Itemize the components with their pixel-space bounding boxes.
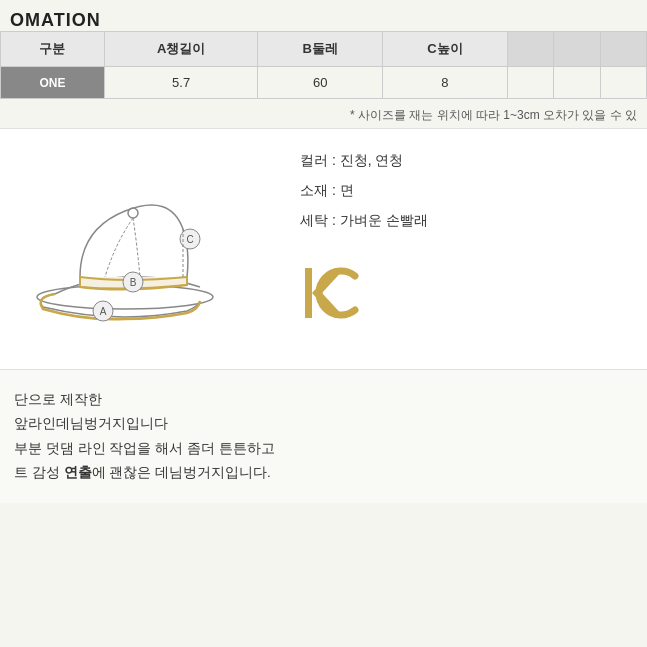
material-line: 소재 : 면: [300, 179, 637, 203]
f-value-cell: [600, 67, 646, 99]
page-title: OMATION: [10, 10, 101, 30]
desc-line4-bold: 연출: [64, 465, 92, 480]
description-section: 단으로 제작한 앞라인데님벙거지입니다 부분 덧댐 라인 작업을 해서 좀더 튼…: [0, 369, 647, 503]
svg-point-1: [128, 208, 138, 218]
size-table: 구분 A챙길이 B둘레 C높이 ONE 5.7 60 8: [0, 31, 647, 99]
col-header-a: A챙길이: [104, 32, 257, 67]
col-header-d: [507, 32, 553, 67]
material-label: 소재 :: [300, 182, 340, 198]
svg-text:B: B: [130, 277, 137, 288]
b-value-cell: 60: [258, 67, 383, 99]
color-value: 진청, 연청: [340, 152, 404, 168]
header-section: OMATION: [0, 0, 647, 31]
col-header-e: [554, 32, 600, 67]
d-value-cell: [507, 67, 553, 99]
desc-line4-normal: 트 감성: [14, 465, 64, 480]
col-header-b: B둘레: [258, 32, 383, 67]
desc-line4-end: 에 괜찮은 데님벙거지입니다.: [92, 465, 271, 480]
col-header-f: [600, 32, 646, 67]
wash-label: 세탁 :: [300, 212, 340, 228]
size-note: * 사이즈를 재는 위치에 따라 1~3cm 오차가 있을 수 있: [0, 99, 647, 128]
c-value-cell: 8: [383, 67, 508, 99]
a-value-cell: 5.7: [104, 67, 257, 99]
svg-text:A: A: [100, 306, 107, 317]
product-info: 컬러 : 진청, 연청 소재 : 면 세탁 : 가벼운 손빨래: [280, 149, 637, 349]
col-header-c: C높이: [383, 32, 508, 67]
size-table-wrapper: 구분 A챙길이 B둘레 C높이 ONE 5.7 60 8 * 사이즈를 재는 위…: [0, 31, 647, 128]
desc-line3: 부분 덧댐 라인 작업을 해서 좀더 튼튼하고: [14, 441, 275, 456]
desc-line1: 단으로 제작한: [14, 392, 102, 407]
svg-text:C: C: [186, 234, 193, 245]
col-header-size: 구분: [1, 32, 105, 67]
wash-value: 가벼운 손빨래: [340, 212, 428, 228]
table-row: ONE 5.7 60 8: [1, 67, 647, 99]
details-section: A B C 컬러 : 진청, 연청 소재 : 면 세탁 : 가벼운 손빨래: [0, 128, 647, 369]
kc-mark: [300, 258, 360, 318]
wash-line: 세탁 : 가벼운 손빨래: [300, 209, 637, 233]
color-line: 컬러 : 진청, 연청: [300, 149, 637, 173]
color-label: 컬러 :: [300, 152, 340, 168]
size-label-cell: ONE: [1, 67, 105, 99]
desc-line2: 앞라인데님벙거지입니다: [14, 416, 168, 431]
svg-rect-9: [305, 268, 312, 318]
description-text: 단으로 제작한 앞라인데님벙거지입니다 부분 덧댐 라인 작업을 해서 좀더 튼…: [14, 388, 633, 485]
material-value: 면: [340, 182, 354, 198]
hat-diagram: A B C: [10, 149, 270, 349]
e-value-cell: [554, 67, 600, 99]
